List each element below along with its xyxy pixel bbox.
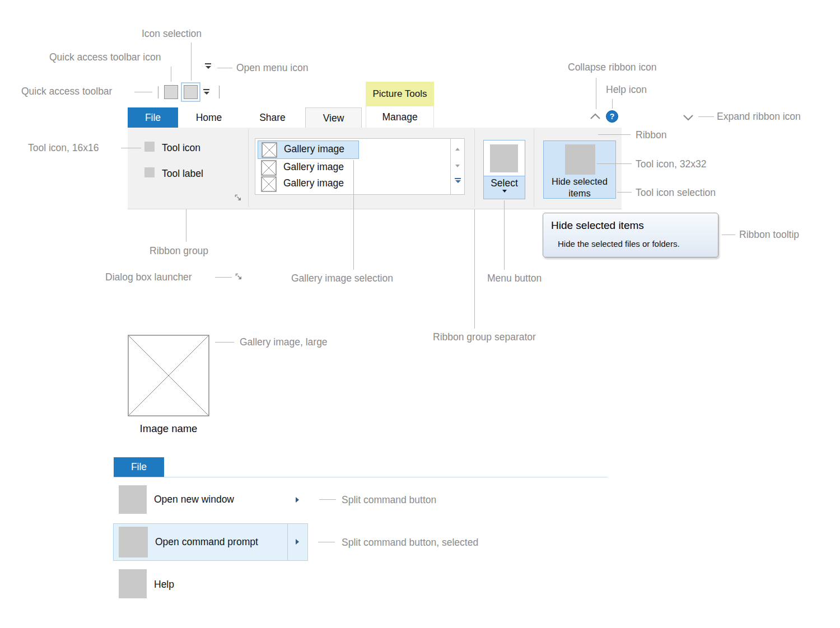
annotation-gallery-image-large: Gallery image, large: [240, 336, 328, 348]
tab-file[interactable]: File: [128, 107, 178, 128]
gallery-item-selected[interactable]: Gallery image: [258, 140, 359, 159]
file-menu-item[interactable]: Open new window: [114, 482, 309, 519]
callout-line: [215, 342, 234, 343]
gallery-item[interactable]: Gallery image: [258, 176, 359, 193]
callout-line: [186, 209, 186, 242]
tooltip-title: Hide selected items: [551, 219, 644, 232]
tool-icon-label: Tool icon: [162, 142, 200, 154]
gallery-scroll-up-icon[interactable]: [455, 148, 460, 151]
annotation-ribbon: Ribbon: [636, 129, 666, 141]
menu-item-icon: [119, 527, 148, 557]
tool-icon-16[interactable]: [144, 167, 155, 177]
select-menu-button[interactable]: Select: [483, 140, 525, 199]
gallery-item-label: Gallery image: [284, 143, 344, 155]
collapse-ribbon-icon[interactable]: [589, 113, 601, 123]
file-menu-item[interactable]: Help: [114, 566, 309, 603]
callout-line: [318, 542, 335, 542]
qat-boundary-tick: [158, 86, 158, 99]
annotation-expand-ribbon: Expand ribbon icon: [717, 111, 801, 123]
menu-item-label: Help: [154, 579, 174, 590]
contextual-tab-header-picture-tools: Picture Tools: [366, 82, 434, 106]
callout-line: [612, 99, 613, 109]
callout-line: [191, 43, 192, 81]
dropdown-arrow-icon: [502, 190, 507, 193]
annotation-tool-icon-selection: Tool icon selection: [636, 187, 716, 199]
file-menu-item-selected[interactable]: Open command prompt: [113, 523, 308, 561]
annotation-split-command-button: Split command button: [342, 494, 436, 506]
submenu-arrow-icon[interactable]: [296, 497, 299, 503]
tab-home[interactable]: Home: [178, 107, 240, 128]
hide-button-label: Hide selected items: [544, 176, 615, 199]
annotation-menu-button: Menu button: [487, 273, 542, 284]
select-menu-dropdown-area[interactable]: Select: [484, 176, 525, 199]
tool-icon-32: [490, 144, 518, 172]
gallery-item[interactable]: Gallery image: [258, 160, 359, 176]
gallery-item-label: Gallery image: [283, 177, 344, 189]
image-name-caption: Image name: [128, 423, 209, 435]
callout-line: [215, 277, 232, 278]
gallery-image-large[interactable]: [128, 335, 209, 419]
tool-icon-32: [565, 144, 595, 175]
annotation-tool-icon-16: Tool icon, 16x16: [28, 142, 99, 154]
menu-item-label: Open command prompt: [155, 536, 258, 548]
hide-selected-items-button[interactable]: Hide selected items: [543, 140, 616, 199]
callout-line: [504, 200, 505, 270]
file-menu-divider: [114, 477, 608, 477]
expand-ribbon-icon[interactable]: [682, 113, 694, 123]
annotation-qat-icon: Quick access toolbar icon: [49, 51, 161, 63]
annotation-dialog-box-launcher: Dialog box launcher: [105, 271, 192, 283]
quick-access-toolbar-button[interactable]: [164, 85, 178, 99]
placeholder-image-icon: [261, 176, 277, 192]
quick-access-toolbar-icon: [184, 85, 198, 99]
dialog-box-launcher-icon-reference: [235, 273, 243, 283]
dialog-box-launcher-icon[interactable]: [235, 194, 242, 204]
callout-line: [617, 192, 632, 193]
ribbon-tooltip: Hide selected items Hide the selected fi…: [543, 213, 718, 257]
tool-label-label: Tool label: [162, 168, 203, 180]
gallery-scroll-column: [450, 139, 464, 194]
callout-line: [171, 67, 171, 82]
annotation-tool-icon-32: Tool icon, 32x32: [636, 158, 706, 170]
ribbon-gallery: Gallery image Gallery image Gallery imag…: [255, 138, 465, 195]
tool-icon-16[interactable]: [144, 142, 155, 152]
quick-access-toolbar-button-selected[interactable]: [181, 82, 200, 102]
annotation-open-menu-icon: Open menu icon: [236, 62, 308, 74]
annotation-ribbon-group: Ribbon group: [150, 245, 208, 257]
tooltip-description: Hide the selected files or folders.: [558, 239, 680, 249]
annotation-ribbon-tooltip: Ribbon tooltip: [739, 229, 799, 241]
file-menu-button[interactable]: File: [114, 457, 164, 477]
open-menu-icon[interactable]: [203, 89, 209, 95]
qat-boundary-tick: [219, 86, 220, 99]
diagram-canvas: Icon selection Quick access toolbar icon…: [0, 0, 840, 628]
annotation-split-command-button-selected: Split command button, selected: [342, 537, 478, 549]
callout-line: [597, 163, 632, 164]
callout-line: [217, 68, 232, 68]
tab-manage[interactable]: Manage: [366, 106, 434, 128]
tab-view-selected[interactable]: View: [305, 107, 362, 128]
menu-item-label: Open new window: [154, 494, 234, 505]
callout-line: [134, 92, 152, 92]
ribbon-group-separator: [248, 129, 249, 207]
submenu-arrow-icon[interactable]: [296, 539, 299, 545]
annotation-icon-selection: Icon selection: [142, 28, 202, 40]
menu-item-icon: [119, 569, 147, 598]
gallery-scroll-down-icon[interactable]: [455, 165, 460, 167]
annotation-help-icon: Help icon: [606, 84, 647, 96]
callout-line: [722, 235, 735, 235]
select-button-label: Select: [484, 177, 525, 189]
callout-line: [319, 499, 336, 500]
placeholder-image-icon: [262, 142, 277, 158]
help-icon[interactable]: ?: [606, 110, 618, 123]
ribbon-group-separator: [534, 129, 534, 207]
annotation-collapse-ribbon: Collapse ribbon icon: [568, 62, 657, 73]
open-menu-icon-reference: [205, 63, 211, 69]
callout-line: [474, 209, 475, 329]
gallery-item-label: Gallery image: [283, 161, 344, 173]
tab-share[interactable]: Share: [240, 107, 305, 128]
placeholder-image-icon: [261, 160, 277, 176]
callout-line: [596, 78, 596, 109]
placeholder-image-icon: [128, 335, 209, 416]
gallery-expand-icon[interactable]: [455, 178, 461, 183]
annotation-ribbon-group-separator: Ribbon group separator: [433, 331, 536, 343]
ribbon-group-separator: [474, 129, 475, 207]
